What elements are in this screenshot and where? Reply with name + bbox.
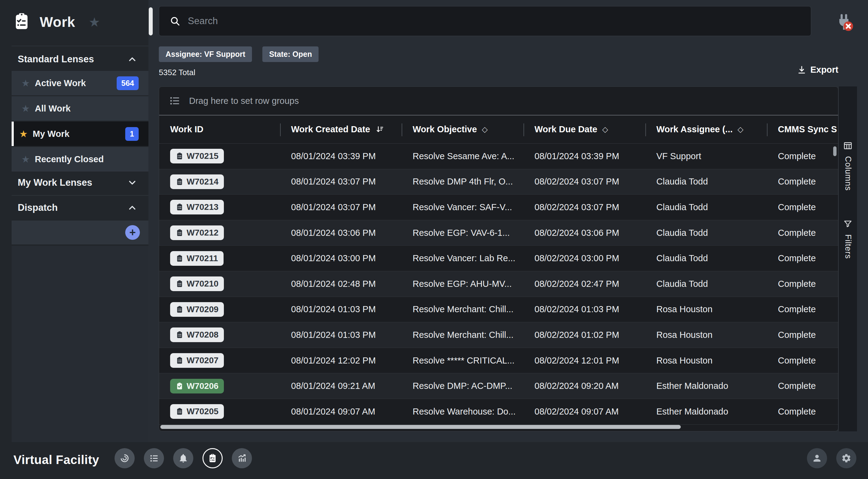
work-id-text: W70211 <box>187 253 218 263</box>
table-row[interactable]: W70214 08/01/2024 03:07 PM Resolve DMP 4… <box>159 169 838 195</box>
assignee-cell: Claudia Todd <box>645 253 767 263</box>
work-id-badge[interactable]: W70206 <box>170 379 224 393</box>
clipboard-icon <box>176 357 184 364</box>
sidebar-item-lens[interactable]: ★ Active Work 564 <box>11 71 149 95</box>
export-button[interactable]: Export <box>797 65 838 75</box>
sidebar-item-lens[interactable]: ★ My Work 1 <box>11 122 149 146</box>
work-app-button[interactable] <box>203 448 223 468</box>
work-id-badge[interactable]: W70211 <box>170 251 223 266</box>
user-profile-button[interactable] <box>807 448 827 468</box>
work-id-text: W70205 <box>187 407 218 416</box>
app-header: Work ★ <box>12 11 100 33</box>
filter-chip-assignee[interactable]: Assignee: VF Support <box>159 47 252 62</box>
add-dispatch-button[interactable]: + <box>125 225 140 240</box>
clipboard-check-icon <box>176 382 184 390</box>
due-date-cell: 08/02/2024 12:01 PM <box>524 356 645 366</box>
work-id-badge[interactable]: W70209 <box>170 302 224 317</box>
horizontal-scrollbar-thumb[interactable] <box>160 425 681 429</box>
created-date-cell: 08/01/2024 02:48 PM <box>280 279 402 289</box>
sidebar-item-label: Recently Closed <box>35 154 104 164</box>
col-header-work-id[interactable]: Work ID <box>159 116 280 143</box>
chevron-down-icon[interactable] <box>127 178 137 188</box>
clipboard-icon <box>176 203 184 211</box>
table-row[interactable]: W70211 08/01/2024 03:00 PM Resolve Vance… <box>159 246 838 271</box>
settings-button[interactable] <box>836 448 857 468</box>
work-id-badge[interactable]: W70210 <box>170 276 224 291</box>
table-row[interactable]: W70215 08/01/2024 03:39 PM Resolve Sesam… <box>159 144 838 169</box>
work-id-text: W70215 <box>187 151 218 161</box>
grid-tool-panel-tabs: Columns Filters <box>838 86 857 431</box>
assignee-cell: Claudia Todd <box>645 279 767 289</box>
search-bar <box>159 6 811 36</box>
col-header-cmms-sync[interactable]: CMMS Sync S <box>767 116 838 143</box>
chevron-up-icon[interactable] <box>127 54 137 64</box>
table-row[interactable]: W70213 08/01/2024 03:07 PM Resolve Vance… <box>159 194 838 220</box>
clipboard-icon <box>176 331 184 339</box>
cmms-sync-cell: Complete <box>767 177 838 187</box>
sidebar-item-label: All Work <box>35 103 70 114</box>
work-id-badge[interactable]: W70213 <box>170 200 224 214</box>
divider <box>11 195 149 196</box>
clipboard-icon <box>176 229 184 237</box>
table-row[interactable]: W70207 08/01/2024 12:02 PM Resolve *****… <box>159 348 838 373</box>
objective-cell: Resolve DMP 4th Flr, O... <box>402 177 524 187</box>
sidebar-item-lens[interactable]: ★ All Work <box>11 96 149 121</box>
col-header-created-date[interactable]: Work Created Date <box>280 116 402 143</box>
search-input[interactable] <box>188 16 811 27</box>
work-id-text: W70210 <box>187 279 218 289</box>
objective-cell: Resolve Vancer: Lab Re... <box>402 253 524 263</box>
due-date-cell: 08/01/2024 03:39 PM <box>524 151 645 161</box>
person-icon <box>812 453 822 463</box>
tab-columns[interactable]: Columns <box>843 141 853 191</box>
tab-filters[interactable]: Filters <box>843 219 853 259</box>
col-header-assignee[interactable]: Work Assignee (... ◇ <box>645 116 767 143</box>
connection-status-icon[interactable] <box>830 11 858 33</box>
favorite-star-icon[interactable]: ★ <box>89 15 100 30</box>
analytics-app-button[interactable] <box>232 448 252 468</box>
table-row[interactable]: W70212 08/01/2024 03:06 PM Resolve EGP: … <box>159 220 838 246</box>
col-header-due-date[interactable]: Work Due Date ◇ <box>524 116 645 143</box>
sidebar-item-label: My Work <box>33 129 69 139</box>
notifications-app-button[interactable] <box>173 448 193 468</box>
sidebar-item-lens[interactable]: ★ Recently Closed <box>11 147 149 171</box>
vertical-scrollbar-thumb[interactable] <box>833 146 837 156</box>
section-standard-lenses[interactable]: Standard Lenses <box>0 51 149 68</box>
section-my-work-lenses[interactable]: My Work Lenses <box>0 174 149 191</box>
chevron-up-icon[interactable] <box>127 203 137 213</box>
due-date-cell: 08/02/2024 01:03 PM <box>524 304 645 315</box>
work-id-badge[interactable]: W70214 <box>170 174 224 189</box>
table-row[interactable]: W70206 08/01/2024 09:21 AM Resolve DMP: … <box>159 373 838 399</box>
work-id-badge[interactable]: W70215 <box>170 149 224 163</box>
objective-cell: Resolve Merchant: Chill... <box>402 304 524 315</box>
table-row[interactable]: W70209 08/01/2024 01:03 PM Resolve Merch… <box>159 297 838 323</box>
due-date-cell: 08/02/2024 03:07 PM <box>524 177 645 187</box>
objective-cell: Resolve EGP: AHU-MV... <box>402 279 524 289</box>
target-spiral-icon <box>119 453 130 463</box>
sort-descending-icon <box>375 125 384 134</box>
section-dispatch[interactable]: Dispatch <box>0 199 149 216</box>
table-row[interactable]: W70205 08/01/2024 09:07 AM Resolve Wareh… <box>159 399 838 425</box>
work-id-badge[interactable]: W70208 <box>170 328 224 342</box>
clipboard-icon <box>176 178 184 186</box>
work-clipboard-icon <box>208 453 217 463</box>
brand-wordmark: Virtual Facility <box>13 453 99 467</box>
work-id-badge[interactable]: W70207 <box>170 353 224 368</box>
sidebar-scrollbar-thumb[interactable] <box>149 7 153 35</box>
table-row[interactable]: W70210 08/01/2024 02:48 PM Resolve EGP: … <box>159 271 838 297</box>
created-date-cell: 08/01/2024 03:39 PM <box>280 151 402 161</box>
row-group-dropzone[interactable]: Drag here to set row groups <box>159 87 838 116</box>
list-app-button[interactable] <box>144 448 164 468</box>
work-id-badge[interactable]: W70205 <box>170 404 224 419</box>
work-id-badge[interactable]: W70212 <box>170 226 224 240</box>
assignee-cell: VF Support <box>645 151 767 161</box>
star-icon: ★ <box>21 103 35 114</box>
columns-icon <box>843 141 853 151</box>
table-row[interactable]: W70208 08/01/2024 01:03 PM Resolve Merch… <box>159 322 838 348</box>
due-date-cell: 08/02/2024 03:07 PM <box>524 202 645 212</box>
star-icon: ★ <box>19 128 33 140</box>
col-header-objective[interactable]: Work Objective ◇ <box>402 116 524 143</box>
filter-chip-state[interactable]: State: Open <box>262 47 318 62</box>
cmms-sync-cell: Complete <box>767 407 838 417</box>
target-app-button[interactable] <box>115 448 135 468</box>
divider <box>11 46 149 46</box>
